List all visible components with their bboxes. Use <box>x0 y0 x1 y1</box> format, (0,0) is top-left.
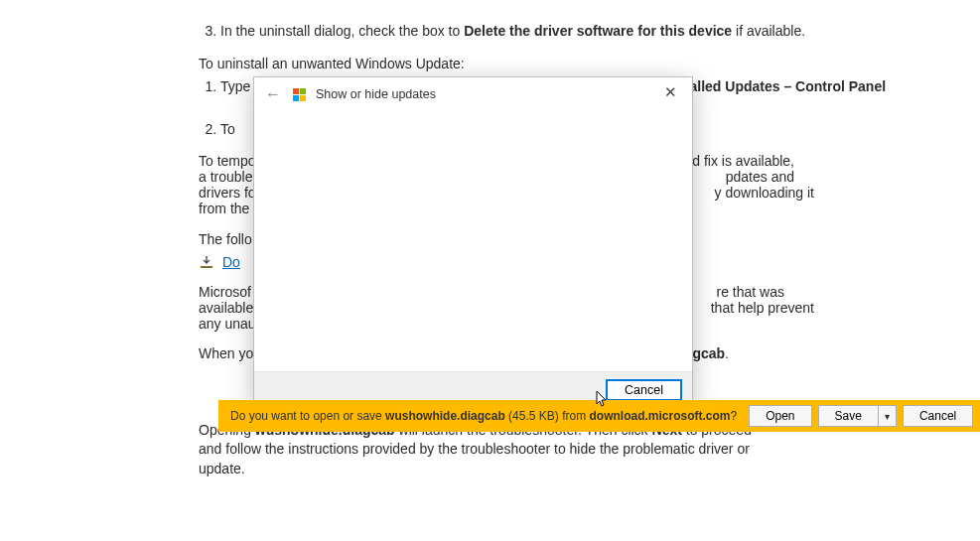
save-dropdown-icon[interactable]: ▾ <box>879 405 897 427</box>
t: from the <box>199 201 249 216</box>
close-icon[interactable]: ✕ <box>658 83 682 103</box>
t: from <box>562 409 589 423</box>
t: re that was <box>717 284 784 300</box>
svg-rect-0 <box>201 266 212 268</box>
t: a trouble <box>199 169 252 185</box>
t: ? <box>731 409 738 423</box>
text: To <box>220 121 235 137</box>
download-notification-bar: Do you want to open or save wushowhide.d… <box>218 400 980 432</box>
bold-text: Delete the driver software for this devi… <box>464 23 732 39</box>
dialog-body <box>254 103 692 371</box>
t: any unau <box>199 316 256 332</box>
t: Microsof <box>199 284 251 300</box>
dialog-header: ← Show or hide updates ✕ <box>254 77 692 103</box>
t: pdates and <box>726 169 794 185</box>
troubleshooter-dialog: ← Show or hide updates ✕ Cancel <box>253 76 693 409</box>
t: that help prevent <box>711 300 814 316</box>
notification-message: Do you want to open or save wushowhide.d… <box>230 409 737 423</box>
dialog-title: Show or hide updates <box>316 87 436 101</box>
download-icon <box>199 254 214 270</box>
b: gcab <box>692 345 725 361</box>
t: (45.5 KB) <box>505 409 562 423</box>
t: When yo <box>199 345 253 361</box>
t: drivers fo <box>199 185 256 201</box>
t: y downloading it <box>715 185 814 201</box>
b: wushowhide.diagcab <box>385 409 505 423</box>
save-button[interactable]: Save <box>818 405 879 427</box>
open-button[interactable]: Open <box>749 405 811 427</box>
windows-logo-icon <box>292 87 306 101</box>
cancel-button[interactable]: Cancel <box>903 405 973 427</box>
text: In the uninstall dialog, check the box t… <box>220 23 464 39</box>
subheading: To uninstall an unwanted Windows Update: <box>199 55 980 74</box>
t: To tempo <box>199 153 256 169</box>
cancel-button[interactable]: Cancel <box>606 379 682 401</box>
back-arrow-icon[interactable]: ← <box>264 85 282 103</box>
save-split-button: Save ▾ <box>818 405 897 427</box>
t: ed fix is available, <box>684 153 794 169</box>
b: download.microsoft.com <box>589 409 730 423</box>
text: if available. <box>732 23 805 39</box>
download-link[interactable]: Do <box>222 254 240 270</box>
t: available <box>199 300 253 316</box>
t: gcab. <box>692 345 729 361</box>
t: Do you want to open or save <box>230 409 385 423</box>
step-3: In the uninstall dialog, check the box t… <box>220 22 980 41</box>
